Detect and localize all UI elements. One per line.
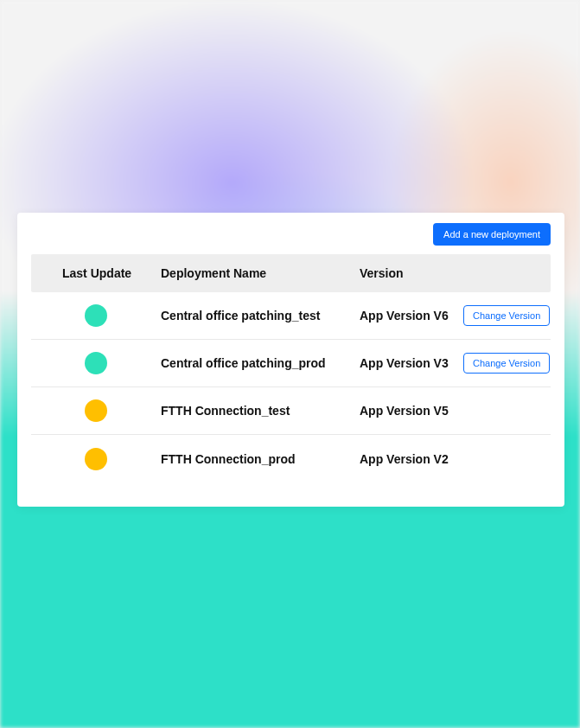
status-indicator-icon — [85, 304, 107, 327]
action-cell: Change Version — [463, 305, 551, 326]
add-deployment-button[interactable]: Add a new deployment — [433, 223, 551, 246]
status-cell — [31, 448, 161, 470]
deployment-version: App Version V3 — [360, 356, 463, 370]
action-cell: Change Version — [463, 353, 551, 374]
card-toolbar: Add a new deployment — [31, 223, 551, 246]
status-indicator-icon — [85, 399, 107, 422]
deployment-name: FTTH Connection_prod — [161, 452, 360, 466]
change-version-button[interactable]: Change Version — [463, 353, 550, 374]
status-cell — [31, 304, 161, 327]
deployment-version: App Version V5 — [360, 404, 463, 418]
table-body: Central office patching_testApp Version … — [31, 292, 551, 482]
table-row: FTTH Connection_testApp Version V5 — [31, 387, 551, 435]
column-header-last-update: Last Update — [31, 266, 161, 280]
status-cell — [31, 399, 161, 422]
deployment-name: Central office patching_test — [161, 309, 360, 322]
status-indicator-icon — [85, 352, 107, 374]
change-version-button[interactable]: Change Version — [463, 305, 550, 326]
status-indicator-icon — [85, 448, 107, 470]
deployment-version: App Version V2 — [360, 452, 463, 466]
table-header: Last Update Deployment Name Version — [31, 254, 551, 292]
deployment-name: Central office patching_prod — [161, 356, 360, 370]
column-header-version: Version — [360, 266, 463, 280]
deployments-card: Add a new deployment Last Update Deploym… — [17, 213, 564, 507]
status-cell — [31, 352, 161, 374]
column-header-deployment-name: Deployment Name — [161, 266, 360, 280]
deployment-version: App Version V6 — [360, 309, 463, 322]
table-row: FTTH Connection_prodApp Version V2 — [31, 435, 551, 482]
table-row: Central office patching_prodApp Version … — [31, 340, 551, 387]
table-row: Central office patching_testApp Version … — [31, 292, 551, 340]
deployment-name: FTTH Connection_test — [161, 404, 360, 418]
